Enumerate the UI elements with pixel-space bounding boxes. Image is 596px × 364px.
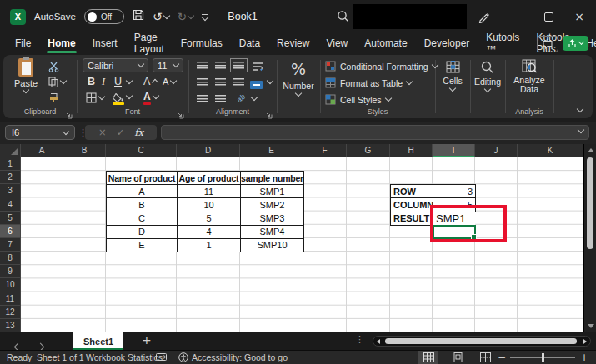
table-header-cell[interactable]: Age of product bbox=[177, 171, 240, 184]
comments-button[interactable] bbox=[537, 36, 558, 52]
accessibility-status[interactable]: Accessibility: Good to go bbox=[178, 351, 288, 364]
row-header-6[interactable]: 6 bbox=[0, 225, 21, 238]
maximize-button[interactable] bbox=[536, 0, 561, 33]
column-header-K[interactable]: K bbox=[518, 144, 583, 157]
column-header-J[interactable]: J bbox=[475, 144, 518, 157]
tab-page-layout[interactable]: Page Layout bbox=[126, 33, 173, 53]
table-cell[interactable]: 4 bbox=[177, 225, 240, 238]
excel-logo-icon[interactable]: X bbox=[10, 9, 26, 25]
lookup-value-cell[interactable]: 3 bbox=[433, 184, 475, 197]
sheet-tab-sheet1[interactable]: Sheet1 bbox=[73, 332, 123, 350]
increase-indent-icon[interactable] bbox=[215, 95, 226, 102]
customize-qat-button[interactable] bbox=[202, 14, 208, 20]
row-header-12[interactable]: 12 bbox=[0, 306, 21, 319]
cancel-icon[interactable]: × bbox=[98, 127, 107, 138]
scroll-left-arrow[interactable] bbox=[377, 339, 380, 344]
table-cell[interactable]: SMP3 bbox=[240, 212, 303, 225]
column-header-A[interactable]: A bbox=[21, 144, 63, 157]
table-cell[interactable]: 1 bbox=[177, 238, 240, 252]
zoom-in-button[interactable]: + bbox=[580, 351, 588, 364]
formula-input[interactable] bbox=[161, 125, 589, 140]
tab-review[interactable]: Review bbox=[268, 33, 318, 53]
lookup-label-cell[interactable]: COLUMN bbox=[390, 197, 433, 211]
column-header-E[interactable]: E bbox=[240, 144, 303, 157]
tab-home[interactable]: Home bbox=[39, 33, 83, 53]
row-header-9[interactable]: 9 bbox=[0, 265, 21, 278]
row-header-11[interactable]: 11 bbox=[0, 292, 21, 306]
row-header-8[interactable]: 8 bbox=[0, 252, 21, 265]
font-dialog-launcher[interactable] bbox=[177, 107, 184, 115]
merge-center-icon[interactable] bbox=[250, 81, 263, 89]
orientation-icon[interactable]: ab bbox=[235, 92, 247, 104]
lookup-label-cell[interactable]: ROW bbox=[390, 184, 433, 197]
font-name-select[interactable]: Calibri bbox=[83, 58, 148, 72]
italic-button[interactable]: I bbox=[102, 76, 105, 88]
tab-developer[interactable]: Developer bbox=[416, 33, 478, 53]
table-cell[interactable]: SMP2 bbox=[240, 197, 303, 211]
vertical-scrollbar[interactable] bbox=[583, 144, 596, 332]
table-cell[interactable]: 10 bbox=[177, 197, 240, 211]
name-box[interactable]: I6 bbox=[5, 125, 75, 140]
minimize-button[interactable] bbox=[504, 0, 529, 33]
column-header-F[interactable]: F bbox=[303, 144, 347, 157]
increase-font-button[interactable]: A bbox=[143, 76, 158, 87]
column-header-D[interactable]: D bbox=[177, 144, 240, 157]
column-header-G[interactable]: G bbox=[347, 144, 390, 157]
bold-button[interactable]: B bbox=[88, 76, 95, 87]
tab-view[interactable]: View bbox=[318, 33, 356, 53]
table-cell[interactable]: A bbox=[106, 184, 177, 197]
table-cell[interactable]: D bbox=[106, 225, 177, 238]
row-header-7[interactable]: 7 bbox=[0, 238, 21, 252]
spreadsheet-grid[interactable]: ABCDEFGHIJK12345678910111213Name of prod… bbox=[0, 144, 583, 332]
result-label-cell[interactable]: RESULT bbox=[390, 212, 433, 226]
redo-button[interactable]: ↻ bbox=[178, 10, 194, 23]
scrollbar-options-dots[interactable]: ⋮ bbox=[355, 334, 364, 345]
collapse-ribbon-chevron[interactable] bbox=[577, 106, 583, 112]
page-break-preview-button[interactable] bbox=[475, 351, 495, 364]
borders-button[interactable] bbox=[86, 92, 104, 103]
editing-button[interactable]: Editing bbox=[470, 61, 505, 92]
tab-formulas[interactable]: Formulas bbox=[173, 33, 231, 53]
cut-button[interactable] bbox=[48, 62, 59, 72]
close-button[interactable]: × bbox=[567, 0, 592, 33]
tab-data[interactable]: Data bbox=[231, 33, 268, 53]
row-header-4[interactable]: 4 bbox=[0, 197, 21, 211]
column-header-I[interactable]: I bbox=[433, 144, 475, 157]
align-center-icon[interactable] bbox=[215, 78, 226, 86]
underline-options-chevron[interactable] bbox=[126, 77, 133, 84]
pen-ink-icon[interactable] bbox=[478, 10, 491, 27]
column-header-H[interactable]: H bbox=[390, 144, 433, 157]
row-header-5[interactable]: 5 bbox=[0, 212, 21, 225]
table-cell[interactable]: SMP4 bbox=[240, 225, 303, 238]
display-settings-icon[interactable] bbox=[156, 351, 167, 364]
column-header-B[interactable]: B bbox=[63, 144, 106, 157]
scroll-right-arrow[interactable] bbox=[583, 339, 587, 344]
align-left-icon[interactable] bbox=[197, 78, 208, 86]
conditional-formatting-button[interactable]: Conditional Formatting bbox=[325, 61, 438, 72]
row-header-1[interactable]: 1 bbox=[0, 157, 21, 171]
tab-automate[interactable]: Automate bbox=[356, 33, 415, 53]
number-format-button[interactable]: % Number bbox=[277, 60, 320, 96]
chevron-down-icon[interactable] bbox=[251, 94, 258, 101]
tab-kutools[interactable]: Kutools ™ bbox=[478, 33, 528, 53]
row-header-10[interactable]: 10 bbox=[0, 278, 21, 292]
chevron-down-icon[interactable] bbox=[267, 77, 273, 84]
select-all-button[interactable] bbox=[0, 144, 21, 157]
undo-button[interactable]: ↺ bbox=[153, 10, 169, 23]
font-size-select[interactable]: 11 bbox=[153, 58, 183, 72]
tab-file[interactable]: File bbox=[7, 33, 39, 53]
page-layout-view-button[interactable] bbox=[448, 351, 468, 364]
row-header-2[interactable]: 2 bbox=[0, 171, 21, 184]
align-middle-icon[interactable] bbox=[215, 62, 226, 69]
scroll-up-arrow[interactable] bbox=[588, 148, 594, 152]
analyze-data-button[interactable]: Analyze Data bbox=[505, 59, 553, 94]
tab-insert[interactable]: Insert bbox=[84, 33, 126, 53]
horizontal-scroll-thumb[interactable] bbox=[385, 338, 577, 344]
horizontal-scrollbar[interactable] bbox=[373, 336, 591, 347]
row-header-13[interactable]: 13 bbox=[0, 319, 21, 332]
decrease-font-button[interactable]: A bbox=[163, 77, 176, 87]
table-header-cell[interactable]: sample number bbox=[240, 171, 303, 184]
paste-button[interactable]: Paste bbox=[10, 58, 42, 103]
format-as-table-button[interactable]: Format as Table bbox=[325, 77, 412, 88]
clipboard-dialog-launcher[interactable] bbox=[65, 107, 73, 115]
